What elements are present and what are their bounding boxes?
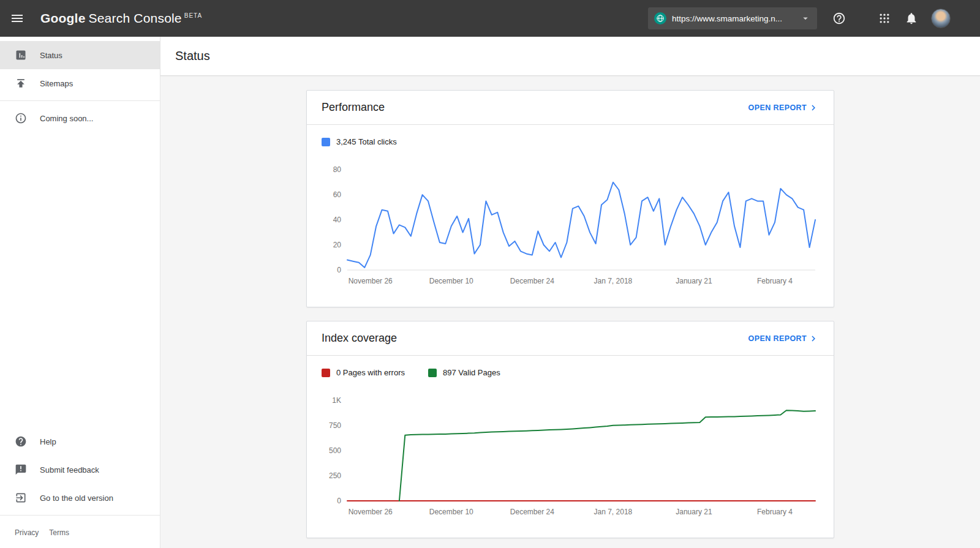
sidebar-item-label: Submit feedback xyxy=(40,465,99,475)
index-coverage-card-title: Index coverage xyxy=(322,332,397,345)
index-coverage-chart: 02505007501KNovember 26December 10Decemb… xyxy=(322,388,820,524)
svg-text:December 10: December 10 xyxy=(429,508,473,516)
sidebar-item-submit-feedback[interactable]: Submit feedback xyxy=(0,456,160,484)
bar-chart-icon xyxy=(15,49,27,61)
svg-text:Jan 7, 2018: Jan 7, 2018 xyxy=(594,277,633,285)
sidebar-item-help[interactable]: Help xyxy=(0,427,160,456)
index-coverage-open-report-link[interactable]: OPEN REPORT xyxy=(748,333,819,344)
index-coverage-card: Index coverage OPEN REPORT 0 Pages with … xyxy=(306,321,834,538)
legend-item-valid: 897 Valid Pages xyxy=(428,368,500,377)
app-window: GoogleSearch ConsoleBETA https://www.sma… xyxy=(0,0,980,548)
legend-swatch-red xyxy=(322,369,330,377)
sidebar-item-label: Help xyxy=(40,437,56,446)
svg-text:40: 40 xyxy=(333,216,342,224)
upload-icon xyxy=(15,77,27,89)
performance-chart-wrap: 020406080November 26December 10December … xyxy=(307,155,834,307)
sidebar: Status Sitemaps Coming soon... xyxy=(0,37,160,548)
svg-text:January 21: January 21 xyxy=(676,277,712,285)
sidebar-item-coming-soon[interactable]: Coming soon... xyxy=(0,104,160,132)
svg-text:1K: 1K xyxy=(332,396,341,405)
sidebar-item-old-version[interactable]: Go to the old version xyxy=(0,484,160,512)
sidebar-item-label: Status xyxy=(40,51,62,60)
top-bar: GoogleSearch ConsoleBETA https://www.sma… xyxy=(0,0,980,37)
legend-swatch-blue xyxy=(322,138,330,146)
brand-name: Google xyxy=(40,11,86,25)
svg-text:750: 750 xyxy=(329,421,341,430)
sidebar-item-status[interactable]: Status xyxy=(0,41,160,69)
svg-text:February 4: February 4 xyxy=(757,508,793,516)
help-icon xyxy=(832,12,846,25)
svg-text:December 10: December 10 xyxy=(429,277,473,285)
legend-item-total-clicks: 3,245 Total clicks xyxy=(322,137,397,146)
svg-text:0: 0 xyxy=(337,497,341,505)
bell-icon xyxy=(905,12,918,25)
open-report-label: OPEN REPORT xyxy=(748,334,807,343)
svg-text:November 26: November 26 xyxy=(349,277,393,285)
feedback-icon xyxy=(15,464,27,476)
main-area: Status Performance OPEN REPORT xyxy=(160,37,980,548)
sidebar-item-sitemaps[interactable]: Sitemaps xyxy=(0,69,160,97)
chevron-right-icon xyxy=(808,102,819,113)
svg-text:December 24: December 24 xyxy=(510,277,554,285)
svg-text:20: 20 xyxy=(333,241,342,249)
beta-badge: BETA xyxy=(184,12,202,19)
info-icon xyxy=(15,112,27,124)
apps-grid-icon xyxy=(878,12,891,24)
chevron-right-icon xyxy=(808,333,819,344)
product-logo: GoogleSearch ConsoleBETA xyxy=(40,11,202,26)
index-coverage-legend: 0 Pages with errors 897 Valid Pages xyxy=(307,356,834,386)
property-url: https://www.smamarketing.n... xyxy=(672,14,794,23)
sidebar-item-label: Go to the old version xyxy=(40,494,113,503)
sidebar-item-label: Coming soon... xyxy=(40,114,93,123)
performance-card-title: Performance xyxy=(322,101,385,114)
performance-open-report-link[interactable]: OPEN REPORT xyxy=(748,102,819,113)
svg-text:500: 500 xyxy=(329,446,341,455)
svg-text:November 26: November 26 xyxy=(349,508,393,516)
privacy-link[interactable]: Privacy xyxy=(15,528,39,537)
avatar[interactable] xyxy=(931,9,951,28)
chevron-down-icon xyxy=(800,13,811,24)
exit-icon xyxy=(15,492,27,504)
property-selector[interactable]: https://www.smamarketing.n... xyxy=(648,7,817,29)
svg-text:60: 60 xyxy=(333,190,342,199)
hamburger-button[interactable] xyxy=(0,0,34,37)
performance-card-header: Performance OPEN REPORT xyxy=(307,91,834,125)
help-icon xyxy=(15,435,27,448)
page-title: Status xyxy=(175,49,210,63)
legend-swatch-green xyxy=(428,369,437,377)
page-header: Status xyxy=(160,37,980,76)
svg-text:February 4: February 4 xyxy=(757,277,793,285)
legend-label: 3,245 Total clicks xyxy=(336,137,397,146)
menu-icon xyxy=(12,13,23,24)
svg-text:80: 80 xyxy=(333,165,342,174)
notifications-button[interactable] xyxy=(899,6,924,31)
svg-text:January 21: January 21 xyxy=(676,508,712,516)
performance-card: Performance OPEN REPORT 3,245 Total clic… xyxy=(306,90,834,307)
globe-icon xyxy=(654,12,666,24)
legal-links: Privacy Terms xyxy=(0,519,160,548)
terms-link[interactable]: Terms xyxy=(49,528,69,537)
index-coverage-chart-wrap: 02505007501KNovember 26December 10Decemb… xyxy=(307,386,834,538)
sidebar-divider xyxy=(0,515,160,516)
page-content: Performance OPEN REPORT 3,245 Total clic… xyxy=(160,76,980,548)
product-name: Search Console xyxy=(89,11,182,25)
index-coverage-card-header: Index coverage OPEN REPORT xyxy=(307,321,834,356)
svg-text:0: 0 xyxy=(337,266,341,274)
help-button[interactable] xyxy=(827,6,851,31)
svg-text:250: 250 xyxy=(329,471,341,480)
legend-label: 0 Pages with errors xyxy=(336,368,405,377)
svg-text:Jan 7, 2018: Jan 7, 2018 xyxy=(594,508,633,516)
legend-label: 897 Valid Pages xyxy=(443,368,500,377)
performance-chart: 020406080November 26December 10December … xyxy=(322,157,820,293)
svg-text:December 24: December 24 xyxy=(510,508,554,516)
performance-legend: 3,245 Total clicks xyxy=(307,125,834,155)
apps-grid-button[interactable] xyxy=(872,6,897,31)
open-report-label: OPEN REPORT xyxy=(748,103,807,112)
legend-item-errors: 0 Pages with errors xyxy=(322,368,405,377)
sidebar-divider xyxy=(0,100,160,101)
sidebar-item-label: Sitemaps xyxy=(40,79,73,88)
